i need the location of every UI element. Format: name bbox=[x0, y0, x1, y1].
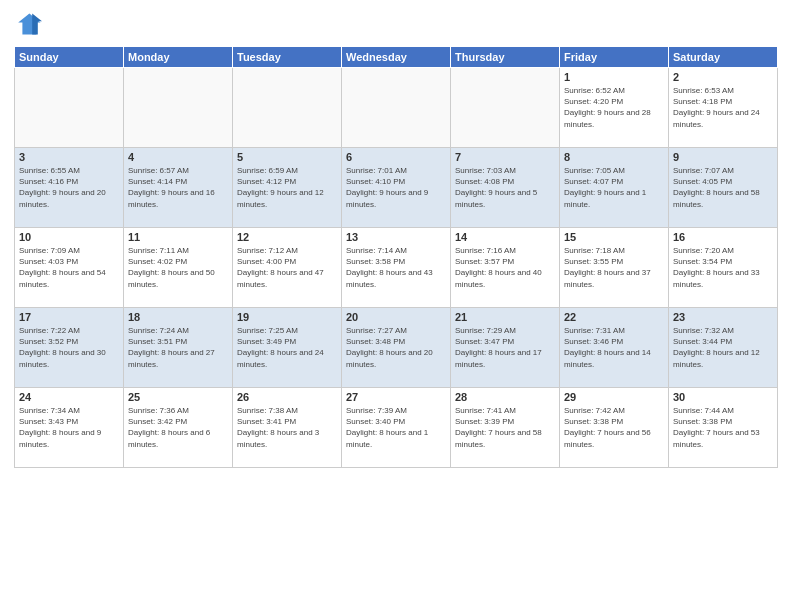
day-info: Sunrise: 7:25 AM Sunset: 3:49 PM Dayligh… bbox=[237, 325, 337, 370]
day-info: Sunrise: 7:31 AM Sunset: 3:46 PM Dayligh… bbox=[564, 325, 664, 370]
day-info: Sunrise: 7:20 AM Sunset: 3:54 PM Dayligh… bbox=[673, 245, 773, 290]
day-number: 7 bbox=[455, 151, 555, 163]
day-info: Sunrise: 7:32 AM Sunset: 3:44 PM Dayligh… bbox=[673, 325, 773, 370]
col-header-friday: Friday bbox=[560, 47, 669, 68]
header bbox=[14, 10, 778, 38]
calendar-cell: 18Sunrise: 7:24 AM Sunset: 3:51 PM Dayli… bbox=[124, 308, 233, 388]
day-info: Sunrise: 7:27 AM Sunset: 3:48 PM Dayligh… bbox=[346, 325, 446, 370]
page: SundayMondayTuesdayWednesdayThursdayFrid… bbox=[0, 0, 792, 612]
day-number: 10 bbox=[19, 231, 119, 243]
calendar-cell: 29Sunrise: 7:42 AM Sunset: 3:38 PM Dayli… bbox=[560, 388, 669, 468]
calendar-cell: 22Sunrise: 7:31 AM Sunset: 3:46 PM Dayli… bbox=[560, 308, 669, 388]
day-info: Sunrise: 6:55 AM Sunset: 4:16 PM Dayligh… bbox=[19, 165, 119, 210]
calendar-cell: 11Sunrise: 7:11 AM Sunset: 4:02 PM Dayli… bbox=[124, 228, 233, 308]
calendar-cell: 9Sunrise: 7:07 AM Sunset: 4:05 PM Daylig… bbox=[669, 148, 778, 228]
calendar-cell: 13Sunrise: 7:14 AM Sunset: 3:58 PM Dayli… bbox=[342, 228, 451, 308]
calendar-week-1: 1Sunrise: 6:52 AM Sunset: 4:20 PM Daylig… bbox=[15, 68, 778, 148]
day-info: Sunrise: 7:05 AM Sunset: 4:07 PM Dayligh… bbox=[564, 165, 664, 210]
calendar-cell: 7Sunrise: 7:03 AM Sunset: 4:08 PM Daylig… bbox=[451, 148, 560, 228]
day-number: 25 bbox=[128, 391, 228, 403]
day-number: 26 bbox=[237, 391, 337, 403]
day-info: Sunrise: 7:16 AM Sunset: 3:57 PM Dayligh… bbox=[455, 245, 555, 290]
calendar-cell bbox=[124, 68, 233, 148]
day-number: 13 bbox=[346, 231, 446, 243]
day-info: Sunrise: 7:34 AM Sunset: 3:43 PM Dayligh… bbox=[19, 405, 119, 450]
calendar-cell: 27Sunrise: 7:39 AM Sunset: 3:40 PM Dayli… bbox=[342, 388, 451, 468]
day-number: 28 bbox=[455, 391, 555, 403]
day-number: 5 bbox=[237, 151, 337, 163]
day-info: Sunrise: 7:41 AM Sunset: 3:39 PM Dayligh… bbox=[455, 405, 555, 450]
day-number: 2 bbox=[673, 71, 773, 83]
day-number: 30 bbox=[673, 391, 773, 403]
calendar-cell bbox=[451, 68, 560, 148]
day-info: Sunrise: 7:36 AM Sunset: 3:42 PM Dayligh… bbox=[128, 405, 228, 450]
day-number: 16 bbox=[673, 231, 773, 243]
day-number: 1 bbox=[564, 71, 664, 83]
day-number: 12 bbox=[237, 231, 337, 243]
calendar-cell: 3Sunrise: 6:55 AM Sunset: 4:16 PM Daylig… bbox=[15, 148, 124, 228]
calendar-cell: 23Sunrise: 7:32 AM Sunset: 3:44 PM Dayli… bbox=[669, 308, 778, 388]
col-header-saturday: Saturday bbox=[669, 47, 778, 68]
day-number: 17 bbox=[19, 311, 119, 323]
calendar-table: SundayMondayTuesdayWednesdayThursdayFrid… bbox=[14, 46, 778, 468]
day-number: 8 bbox=[564, 151, 664, 163]
day-info: Sunrise: 7:29 AM Sunset: 3:47 PM Dayligh… bbox=[455, 325, 555, 370]
calendar-cell: 10Sunrise: 7:09 AM Sunset: 4:03 PM Dayli… bbox=[15, 228, 124, 308]
calendar-cell: 4Sunrise: 6:57 AM Sunset: 4:14 PM Daylig… bbox=[124, 148, 233, 228]
calendar-week-2: 3Sunrise: 6:55 AM Sunset: 4:16 PM Daylig… bbox=[15, 148, 778, 228]
calendar-cell: 16Sunrise: 7:20 AM Sunset: 3:54 PM Dayli… bbox=[669, 228, 778, 308]
col-header-tuesday: Tuesday bbox=[233, 47, 342, 68]
day-info: Sunrise: 7:18 AM Sunset: 3:55 PM Dayligh… bbox=[564, 245, 664, 290]
day-number: 23 bbox=[673, 311, 773, 323]
day-info: Sunrise: 7:09 AM Sunset: 4:03 PM Dayligh… bbox=[19, 245, 119, 290]
calendar-cell: 28Sunrise: 7:41 AM Sunset: 3:39 PM Dayli… bbox=[451, 388, 560, 468]
calendar-cell: 1Sunrise: 6:52 AM Sunset: 4:20 PM Daylig… bbox=[560, 68, 669, 148]
day-number: 11 bbox=[128, 231, 228, 243]
day-number: 21 bbox=[455, 311, 555, 323]
calendar-cell bbox=[342, 68, 451, 148]
day-number: 22 bbox=[564, 311, 664, 323]
day-number: 15 bbox=[564, 231, 664, 243]
day-info: Sunrise: 6:52 AM Sunset: 4:20 PM Dayligh… bbox=[564, 85, 664, 130]
day-info: Sunrise: 7:01 AM Sunset: 4:10 PM Dayligh… bbox=[346, 165, 446, 210]
calendar-cell: 26Sunrise: 7:38 AM Sunset: 3:41 PM Dayli… bbox=[233, 388, 342, 468]
calendar-cell: 12Sunrise: 7:12 AM Sunset: 4:00 PM Dayli… bbox=[233, 228, 342, 308]
day-info: Sunrise: 7:42 AM Sunset: 3:38 PM Dayligh… bbox=[564, 405, 664, 450]
day-number: 4 bbox=[128, 151, 228, 163]
day-number: 3 bbox=[19, 151, 119, 163]
day-info: Sunrise: 6:57 AM Sunset: 4:14 PM Dayligh… bbox=[128, 165, 228, 210]
day-number: 24 bbox=[19, 391, 119, 403]
day-info: Sunrise: 7:24 AM Sunset: 3:51 PM Dayligh… bbox=[128, 325, 228, 370]
calendar-cell: 5Sunrise: 6:59 AM Sunset: 4:12 PM Daylig… bbox=[233, 148, 342, 228]
svg-marker-1 bbox=[32, 14, 42, 35]
calendar-cell: 21Sunrise: 7:29 AM Sunset: 3:47 PM Dayli… bbox=[451, 308, 560, 388]
calendar-cell: 14Sunrise: 7:16 AM Sunset: 3:57 PM Dayli… bbox=[451, 228, 560, 308]
col-header-sunday: Sunday bbox=[15, 47, 124, 68]
calendar-cell: 17Sunrise: 7:22 AM Sunset: 3:52 PM Dayli… bbox=[15, 308, 124, 388]
day-number: 18 bbox=[128, 311, 228, 323]
day-info: Sunrise: 7:14 AM Sunset: 3:58 PM Dayligh… bbox=[346, 245, 446, 290]
calendar-week-5: 24Sunrise: 7:34 AM Sunset: 3:43 PM Dayli… bbox=[15, 388, 778, 468]
day-info: Sunrise: 7:11 AM Sunset: 4:02 PM Dayligh… bbox=[128, 245, 228, 290]
calendar-cell bbox=[233, 68, 342, 148]
day-number: 27 bbox=[346, 391, 446, 403]
calendar-cell: 30Sunrise: 7:44 AM Sunset: 3:38 PM Dayli… bbox=[669, 388, 778, 468]
day-info: Sunrise: 7:22 AM Sunset: 3:52 PM Dayligh… bbox=[19, 325, 119, 370]
calendar-cell bbox=[15, 68, 124, 148]
calendar-week-3: 10Sunrise: 7:09 AM Sunset: 4:03 PM Dayli… bbox=[15, 228, 778, 308]
calendar-cell: 25Sunrise: 7:36 AM Sunset: 3:42 PM Dayli… bbox=[124, 388, 233, 468]
calendar-cell: 15Sunrise: 7:18 AM Sunset: 3:55 PM Dayli… bbox=[560, 228, 669, 308]
col-header-monday: Monday bbox=[124, 47, 233, 68]
day-info: Sunrise: 6:53 AM Sunset: 4:18 PM Dayligh… bbox=[673, 85, 773, 130]
day-info: Sunrise: 7:07 AM Sunset: 4:05 PM Dayligh… bbox=[673, 165, 773, 210]
day-info: Sunrise: 7:38 AM Sunset: 3:41 PM Dayligh… bbox=[237, 405, 337, 450]
day-number: 20 bbox=[346, 311, 446, 323]
calendar-cell: 2Sunrise: 6:53 AM Sunset: 4:18 PM Daylig… bbox=[669, 68, 778, 148]
calendar-header-row: SundayMondayTuesdayWednesdayThursdayFrid… bbox=[15, 47, 778, 68]
day-info: Sunrise: 7:39 AM Sunset: 3:40 PM Dayligh… bbox=[346, 405, 446, 450]
day-number: 14 bbox=[455, 231, 555, 243]
logo-icon bbox=[14, 10, 42, 38]
day-info: Sunrise: 7:44 AM Sunset: 3:38 PM Dayligh… bbox=[673, 405, 773, 450]
day-number: 6 bbox=[346, 151, 446, 163]
calendar-cell: 20Sunrise: 7:27 AM Sunset: 3:48 PM Dayli… bbox=[342, 308, 451, 388]
